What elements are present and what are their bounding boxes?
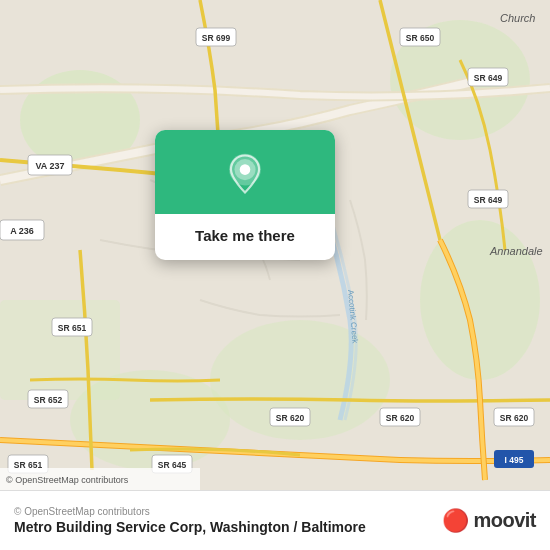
bottom-bar: © OpenStreetMap contributors Metro Build… <box>0 490 550 550</box>
svg-point-42 <box>240 164 251 175</box>
bottom-left: © OpenStreetMap contributors Metro Build… <box>14 506 434 535</box>
moovit-logo[interactable]: 🔴 moovit <box>442 508 536 534</box>
svg-point-5 <box>420 220 540 380</box>
moovit-pin-icon: 🔴 <box>442 508 469 534</box>
pin-icon <box>223 152 267 196</box>
svg-rect-6 <box>0 300 120 400</box>
attribution-text: © OpenStreetMap contributors <box>14 506 434 517</box>
svg-text:SR 699: SR 699 <box>202 33 231 43</box>
svg-text:SR 651: SR 651 <box>58 323 87 333</box>
business-name: Metro Building Service Corp, Washington … <box>14 519 434 535</box>
take-me-there-button[interactable]: Take me there <box>179 214 311 260</box>
svg-text:A 236: A 236 <box>10 226 34 236</box>
svg-text:VA 237: VA 237 <box>35 161 64 171</box>
svg-text:SR 649: SR 649 <box>474 73 503 83</box>
moovit-wordmark: moovit <box>473 509 536 532</box>
svg-text:SR 620: SR 620 <box>500 413 529 423</box>
map-container: VA 237 SR 699 SR 650 SR 649 SR 649 A 236… <box>0 0 550 490</box>
svg-text:SR 620: SR 620 <box>276 413 305 423</box>
svg-text:SR 649: SR 649 <box>474 195 503 205</box>
svg-text:SR 620: SR 620 <box>386 413 415 423</box>
svg-text:SR 650: SR 650 <box>406 33 435 43</box>
svg-text:Annandale: Annandale <box>489 245 543 257</box>
svg-text:SR 652: SR 652 <box>34 395 63 405</box>
card-header <box>155 130 335 214</box>
svg-text:© OpenStreetMap contributors: © OpenStreetMap contributors <box>6 475 129 485</box>
svg-text:Church: Church <box>500 12 535 24</box>
svg-text:I 495: I 495 <box>505 455 524 465</box>
location-card: Take me there <box>155 130 335 260</box>
